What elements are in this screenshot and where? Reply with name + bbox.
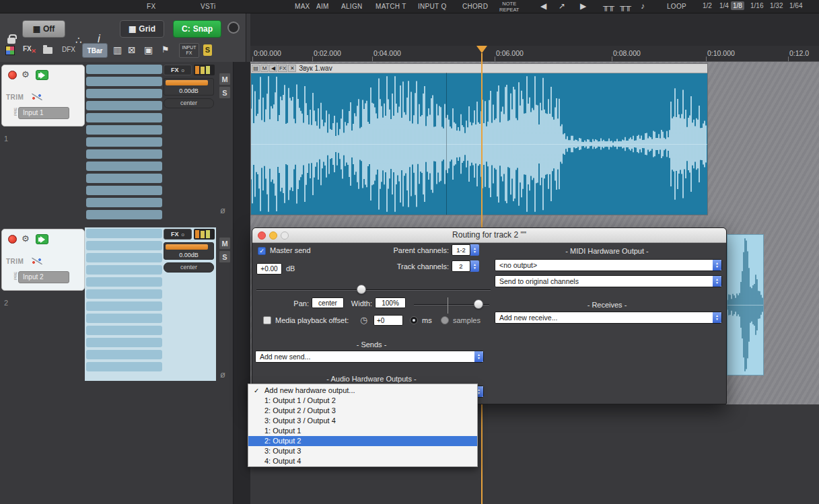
timeline-ruler[interactable]: 0:00.0000:02.0000:04.0000:06.0000:08.000…: [250, 46, 819, 62]
division-1-16[interactable]: 1/16: [748, 1, 765, 10]
grid-off-button[interactable]: ▦ Off: [22, 20, 65, 38]
grid-toggle-button[interactable]: ▦ Grid: [120, 20, 164, 38]
ms-radio[interactable]: [410, 316, 418, 324]
add-receive-stepper[interactable]: ▲▼: [713, 312, 721, 323]
minimize-icon[interactable]: [269, 231, 277, 240]
pan-value-input[interactable]: center: [312, 297, 344, 308]
midi-output-dropdown[interactable]: <no output> ▲▼: [495, 259, 722, 271]
playhead-marker[interactable]: [476, 46, 487, 53]
record-arm-icon[interactable]: [8, 71, 17, 79]
pan-slider-knob[interactable]: [474, 299, 483, 309]
input-fx-button[interactable]: INPUTFX: [179, 43, 199, 58]
clip-waveform-area[interactable]: [251, 73, 707, 215]
metronome-icon[interactable]: ⚑: [162, 44, 170, 55]
tbar-button[interactable]: TBar: [82, 43, 108, 58]
dialog-titlebar[interactable]: Routing for track 2 "": [252, 228, 726, 243]
global-override-icon[interactable]: [227, 22, 240, 34]
clip-button-icon[interactable]: M: [260, 65, 269, 72]
track1-phase-button[interactable]: ø: [220, 205, 225, 215]
menubar-item-input-q[interactable]: INPUT Q: [418, 3, 446, 10]
folder-icon[interactable]: [43, 47, 52, 54]
stepper-down-icon[interactable]: ▼: [715, 318, 719, 321]
track1-mute-button[interactable]: M: [219, 73, 231, 85]
lock-icon[interactable]: [7, 38, 15, 44]
volume-slider[interactable]: [256, 289, 491, 291]
master-send-checkbox[interactable]: ✓: [258, 247, 266, 255]
track1-volume-fader[interactable]: 0.00dB: [164, 78, 214, 96]
envelope-off-icon[interactable]: ⊠: [128, 44, 136, 55]
menu-item[interactable]: 2: Output 2 / Output 3: [248, 406, 477, 416]
midi-channel-dropdown[interactable]: Send to original channels ▲▼: [495, 275, 722, 287]
track2-mute-button[interactable]: M: [219, 237, 231, 250]
input-selector[interactable]: Input 1: [18, 107, 69, 119]
close-icon[interactable]: [258, 231, 266, 240]
menu-item[interactable]: 1: Output 1: [248, 426, 477, 436]
menubar-item-aim[interactable]: AIM: [316, 3, 329, 10]
stepper-down-icon[interactable]: ▼: [473, 266, 476, 270]
track2-volume-fader[interactable]: 0.00dB: [164, 242, 214, 260]
menubar-item-fx[interactable]: FX: [147, 3, 155, 10]
add-receive-dropdown[interactable]: Add new receive... ▲▼: [495, 312, 722, 324]
clip-header[interactable]: ▤M◀FX✕Звук 1.wav: [251, 64, 707, 73]
gear-icon[interactable]: ⚙: [22, 69, 30, 79]
marker-pair2-icon[interactable]: ╥╥: [620, 1, 631, 11]
track2-pan[interactable]: center: [164, 262, 214, 273]
samples-radio[interactable]: [441, 316, 449, 324]
trim-envelope-icon[interactable]: [32, 258, 42, 264]
add-send-dropdown[interactable]: Add new send... ▲▼: [255, 351, 484, 363]
media-offset-input[interactable]: +0: [373, 315, 403, 326]
menubar-item-loop[interactable]: LOOP: [667, 3, 686, 10]
menu-item[interactable]: 3: Output 3 / Output 4: [248, 416, 477, 426]
division-1-8[interactable]: 1/8: [731, 1, 744, 10]
step-back-icon[interactable]: ◀: [540, 1, 546, 11]
stepper-down-icon[interactable]: ▼: [477, 357, 480, 360]
trim-label[interactable]: TRIM: [6, 258, 24, 265]
monitor-speaker-icon[interactable]: [36, 234, 48, 244]
s-badge[interactable]: S: [203, 44, 212, 56]
step-forward-icon[interactable]: ▶: [580, 1, 586, 11]
menubar-item-align[interactable]: ALIGN: [341, 3, 363, 10]
menu-item[interactable]: 2: Output 2: [248, 436, 477, 446]
parent-channels-value[interactable]: 1-2: [452, 244, 470, 256]
parent-channels-stepper[interactable]: ▲▼: [470, 244, 479, 256]
clip-button-icon[interactable]: FX: [278, 65, 287, 72]
track2-solo-button[interactable]: S: [219, 250, 231, 263]
volume-slider-knob[interactable]: [357, 285, 366, 294]
clip-button-icon[interactable]: ◀: [269, 65, 277, 72]
menubar-item-chord[interactable]: CHORD: [462, 3, 488, 10]
division-1-32[interactable]: 1/32: [768, 1, 785, 10]
track-channels-stepper[interactable]: ▲▼: [470, 260, 479, 272]
menubar-item-vsti[interactable]: VSTi: [201, 3, 216, 10]
track2-fx-button[interactable]: FXo: [164, 229, 192, 240]
volume-value-input[interactable]: +0.00: [256, 263, 282, 275]
note-icon[interactable]: ♪: [641, 1, 645, 11]
fx-bypass-icon[interactable]: FX✕: [23, 45, 32, 52]
midi-channel-stepper[interactable]: ▲▼: [713, 276, 721, 287]
menubar-item-max[interactable]: MAX: [295, 3, 310, 10]
trim-envelope-icon[interactable]: [32, 94, 42, 100]
trim-label[interactable]: TRIM: [6, 94, 24, 101]
monitor-icon[interactable]: ▣: [144, 44, 153, 55]
division-1-4[interactable]: 1/4: [717, 1, 731, 10]
record-arm-icon[interactable]: [8, 235, 17, 244]
media-item-clip[interactable]: ▤M◀FX✕Звук 1.wav: [250, 63, 708, 215]
media-item-clip-track2[interactable]: [727, 234, 764, 375]
monitor-speaker-icon[interactable]: [36, 70, 48, 80]
clip-button-icon[interactable]: ▤: [252, 65, 260, 72]
width-value-input[interactable]: 100%: [375, 297, 406, 308]
dfx-label[interactable]: DFX: [62, 46, 75, 53]
add-send-stepper[interactable]: ▲▼: [474, 351, 483, 362]
track1-control-panel[interactable]: ⚙ TRIM PRE Input 1: [1, 65, 85, 127]
clip-button-icon[interactable]: ✕: [288, 65, 296, 72]
input-selector[interactable]: Input 2: [18, 271, 69, 283]
menu-item[interactable]: Add new hardware output...✓: [248, 386, 477, 396]
stepper-down-icon[interactable]: ▼: [715, 281, 719, 285]
track1-pan[interactable]: center: [164, 98, 214, 108]
stepper-down-icon[interactable]: ▼: [473, 250, 476, 254]
midi-output-stepper[interactable]: ▲▼: [713, 260, 721, 271]
menu-item[interactable]: 4: Output 4: [248, 456, 477, 466]
division-1-64[interactable]: 1/64: [787, 1, 804, 10]
zoom-icon[interactable]: [281, 231, 289, 240]
menu-item[interactable]: 1: Output 1 / Output 2: [248, 396, 477, 406]
track2-control-panel[interactable]: ⚙ TRIM PRE Input 2: [1, 229, 85, 291]
